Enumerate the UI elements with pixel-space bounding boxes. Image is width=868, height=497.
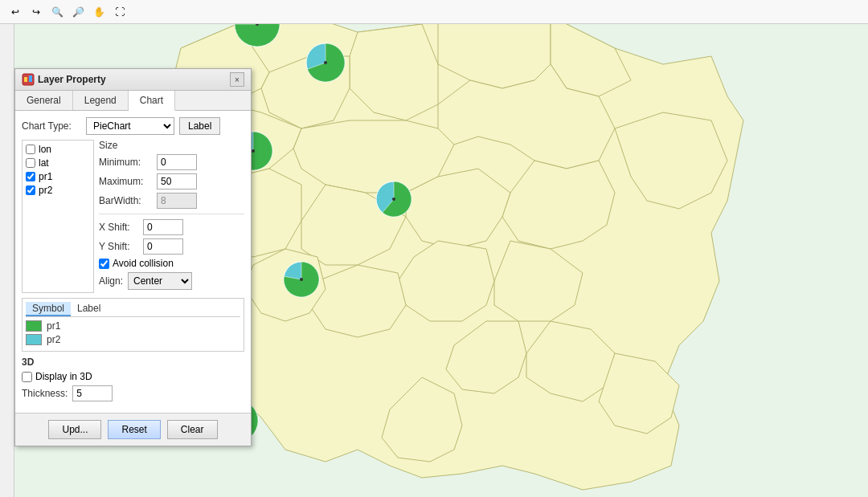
- minimum-row: Minimum:: [99, 154, 244, 170]
- align-row: Align: Left Center Right: [99, 272, 244, 290]
- field-pr2-checkbox[interactable]: [26, 185, 35, 195]
- size-title: Size: [99, 140, 244, 151]
- xshift-input[interactable]: [143, 219, 183, 235]
- symbol-header: Symbol: [26, 302, 71, 316]
- tab-general[interactable]: General: [15, 91, 73, 110]
- maximum-row: Maximum:: [99, 173, 244, 189]
- panel-close-button[interactable]: ×: [230, 72, 244, 87]
- label-header: Label: [71, 302, 107, 316]
- svg-point-15: [392, 198, 395, 201]
- field-lon-label: lon: [39, 144, 51, 155]
- minimum-input[interactable]: [157, 154, 197, 170]
- panel-tabs: General Legend Chart: [15, 91, 251, 111]
- field-pr2: pr2: [26, 185, 90, 196]
- symbol-pr2-label: pr2: [47, 334, 60, 345]
- field-pr1: pr1: [26, 171, 90, 182]
- barwidth-label: BarWidth:: [99, 195, 157, 206]
- yshift-label: Y Shift:: [99, 241, 143, 252]
- svg-point-27: [300, 278, 303, 281]
- toolbar-icon-undo[interactable]: ↩: [6, 3, 24, 21]
- clear-button[interactable]: Clear: [167, 420, 218, 439]
- symbol-pr2-row: pr2: [26, 334, 240, 345]
- maximum-input[interactable]: [157, 173, 197, 189]
- d3-display-row: Display in 3D: [22, 371, 244, 382]
- layer-property-panel: Layer Property × General Legend Chart Ch…: [14, 68, 252, 446]
- symbol-pr1-box: [26, 320, 42, 332]
- field-lon: lon: [26, 144, 90, 155]
- toolbar-icon-redo[interactable]: ↪: [27, 3, 45, 21]
- field-lat-checkbox[interactable]: [26, 158, 35, 168]
- field-pr2-label: pr2: [39, 185, 52, 196]
- tab-legend[interactable]: Legend: [73, 91, 129, 110]
- panel-body: Chart Type: PieChart BarChart LineChart …: [15, 111, 251, 413]
- symbol-label-area: Symbol Label pr1 pr2: [22, 298, 244, 352]
- fields-checkboxes: lon lat pr1 pr2: [22, 140, 94, 293]
- svg-point-13: [252, 149, 255, 153]
- size-section: Size Minimum: Maximum: BarWidth: X Shift…: [99, 140, 244, 293]
- xshift-row: X Shift:: [99, 219, 244, 235]
- toolbar-icon-zoom-in[interactable]: 🔍: [48, 3, 66, 21]
- symbol-label-header: Symbol Label: [26, 302, 240, 317]
- field-pr1-checkbox[interactable]: [26, 172, 35, 181]
- barwidth-input: [157, 193, 197, 209]
- toolbar-icon-extent[interactable]: ⛶: [111, 3, 129, 21]
- svg-point-3: [324, 61, 327, 64]
- chart-type-label: Chart Type:: [22, 120, 86, 132]
- field-lat: lat: [26, 157, 90, 169]
- chart-type-row: Chart Type: PieChart BarChart LineChart …: [22, 117, 244, 135]
- panel-title: Layer Property: [38, 74, 230, 85]
- svg-rect-36: [29, 75, 32, 82]
- align-select[interactable]: Left Center Right: [128, 272, 192, 290]
- symbol-pr1-label: pr1: [47, 320, 60, 332]
- maximum-label: Maximum:: [99, 176, 157, 187]
- toolbar: ↩ ↪ 🔍 🔎 ✋ ⛶: [0, 0, 868, 24]
- align-label: Align:: [99, 275, 123, 287]
- left-sidebar: [0, 24, 14, 497]
- thickness-label: Thickness:: [22, 388, 68, 399]
- toolbar-icon-pan[interactable]: ✋: [90, 3, 108, 21]
- update-button[interactable]: Upd...: [48, 420, 101, 439]
- field-pr1-label: pr1: [39, 171, 52, 182]
- avoid-collision-row: Avoid collision: [99, 258, 244, 269]
- fields-area: lon lat pr1 pr2 Size Mini: [22, 140, 244, 293]
- yshift-row: Y Shift:: [99, 238, 244, 255]
- avoid-collision-checkbox[interactable]: [99, 259, 109, 269]
- minimum-label: Minimum:: [99, 157, 157, 168]
- 3d-section: 3D Display in 3D Thickness:: [22, 356, 244, 401]
- symbol-pr1-row: pr1: [26, 320, 240, 332]
- reset-button[interactable]: Reset: [108, 420, 160, 439]
- tab-chart[interactable]: Chart: [129, 91, 175, 111]
- panel-titlebar: Layer Property ×: [15, 69, 251, 91]
- symbol-pr2-box: [26, 334, 42, 345]
- chart-type-select[interactable]: PieChart BarChart LineChart: [86, 117, 174, 135]
- field-lon-checkbox[interactable]: [26, 145, 35, 154]
- field-lat-label: lat: [39, 157, 49, 169]
- d3-display-checkbox[interactable]: [22, 372, 32, 382]
- divider-1: [99, 214, 244, 214]
- button-row: Upd... Reset Clear: [15, 413, 251, 446]
- thickness-row: Thickness:: [22, 385, 244, 401]
- panel-icon: [22, 73, 35, 86]
- toolbar-icon-zoom-out[interactable]: 🔎: [69, 3, 87, 21]
- thickness-input[interactable]: [72, 385, 113, 401]
- barwidth-row: BarWidth:: [99, 193, 244, 209]
- yshift-input[interactable]: [143, 238, 183, 255]
- d3-display-label: Display in 3D: [35, 371, 92, 382]
- xshift-label: X Shift:: [99, 222, 143, 233]
- avoid-collision-label: Avoid collision: [113, 258, 174, 269]
- svg-rect-35: [24, 77, 27, 82]
- 3d-title: 3D: [22, 356, 244, 368]
- label-button[interactable]: Label: [179, 117, 220, 135]
